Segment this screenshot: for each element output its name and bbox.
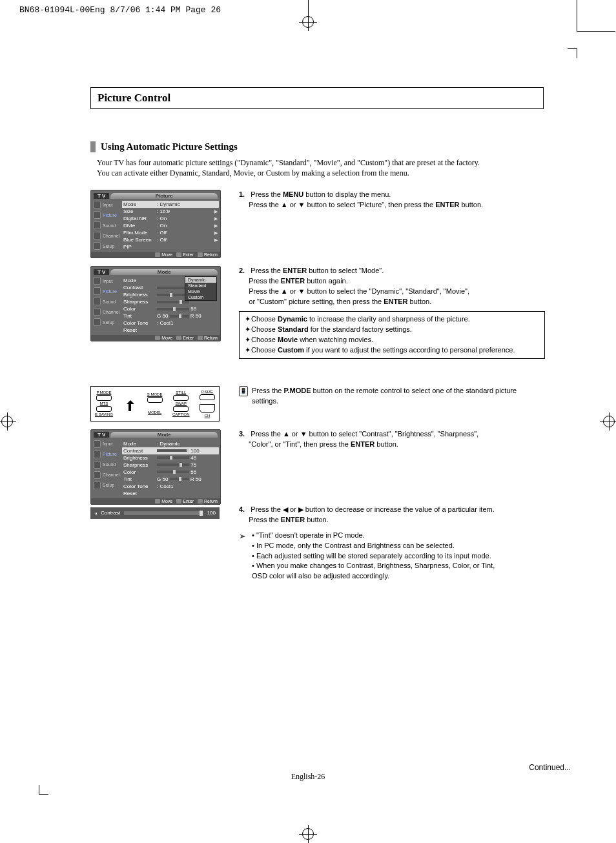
popup-standard: Standard: [185, 283, 216, 289]
osd-footer: Move Enter Return: [91, 498, 220, 504]
osd-value: 75: [190, 462, 196, 468]
remote-icon: 📱: [239, 386, 248, 396]
text: "Color", or "Tint", then press the: [249, 440, 351, 448]
osd-tab-title: Mode: [110, 432, 218, 438]
enter-bold: ENTER: [384, 298, 407, 305]
popup-movie: Movie: [185, 289, 216, 294]
osd-label: Contrast: [123, 285, 157, 290]
side-setup: Setup: [91, 241, 121, 251]
side-picture-label: Picture: [103, 213, 117, 218]
note-line: OSD color will also be adjusted accordin…: [252, 571, 495, 582]
osd-label: Blue Screen: [123, 237, 157, 243]
pmode-bold: P.MODE: [284, 387, 311, 394]
osd-value: : On: [157, 223, 214, 229]
osd-label: Sharpness: [123, 462, 157, 468]
chevron-right-icon: ▶: [214, 202, 218, 207]
osd-tv-label: T V: [94, 269, 109, 275]
osd-row: Reset: [123, 490, 218, 497]
slider-icon: [170, 478, 189, 480]
side-label: Picture: [103, 289, 117, 294]
setup-icon: [93, 482, 101, 489]
input-icon: [93, 201, 101, 208]
osd-label: Sharpness: [123, 299, 157, 305]
channel-icon: [93, 308, 101, 316]
side-setup: Setup: [91, 480, 121, 491]
osd-label: PIP: [123, 244, 157, 250]
osd-value: : Cool1: [157, 320, 218, 326]
return-icon: [198, 499, 203, 503]
osd-row: Color Tone: Cool1: [123, 320, 218, 327]
standard-bold: Standard: [278, 325, 309, 333]
osd-row: Reset: [123, 327, 218, 334]
print-header: BN68-01094L-00Eng 8/7/06 1:44 PM Page 26: [19, 5, 221, 15]
remote-ch-label: CH: [205, 414, 210, 418]
remote-psize-label: P.SIZE: [201, 390, 213, 394]
remote-still-label: STILL: [176, 391, 186, 394]
continued-label: Continued...: [529, 763, 571, 772]
note-line: • Each adjusted setting will be stored s…: [252, 551, 495, 562]
step-4-notes: ➢ • "Tint" doesn't operate in PC mode. •…: [239, 531, 545, 582]
footer-enter: Enter: [183, 499, 194, 503]
note-line: • When you make changes to Contrast, Bri…: [252, 561, 495, 571]
osd-picture-menu: T V Picture Input Picture Sound Channel …: [90, 190, 221, 258]
osd-label: Film Mode: [123, 230, 157, 236]
side-label: Channel: [103, 310, 119, 314]
side-input: Input: [91, 439, 121, 449]
enter-bold: ENTER: [435, 201, 459, 208]
enter-bold: ENTER: [351, 440, 375, 448]
osd-label: Tint: [123, 476, 157, 482]
osd-label: Color: [123, 306, 157, 312]
text: Press the ◀ or ▶ button to decrease or i…: [251, 505, 494, 513]
osd-row: TintG 50 R 50: [123, 312, 218, 320]
text: Press the: [251, 190, 283, 198]
remote-caption-label: CAPTION: [172, 412, 190, 416]
osd-label: Digital NR: [123, 216, 157, 221]
enter-bold: ENTER: [281, 277, 305, 285]
side-label: Channel: [103, 472, 119, 477]
osd-value: : Cool1: [157, 483, 218, 489]
intro-text: Your TV has four automatic picture setti…: [97, 157, 523, 178]
remote-button: [200, 394, 215, 400]
remote-smode-label: S.MODE: [147, 392, 163, 396]
osd-row: Film Mode: Off▶: [123, 229, 218, 236]
osd-row: Blue Screen: Off▶: [123, 236, 218, 243]
side-sound: Sound: [91, 296, 121, 307]
up-arrow-icon: ▲: [94, 511, 98, 515]
arrow-icon: [123, 396, 137, 411]
intro-line2: You can activate either Dynamic, Standar…: [97, 168, 409, 178]
text: Press the: [249, 516, 281, 523]
osd-row: Sharpness 75: [123, 462, 218, 469]
footer-move: Move: [161, 499, 172, 503]
remote-button: [173, 406, 189, 412]
slider-icon: [157, 456, 189, 459]
osd-row: PIP: [123, 243, 218, 250]
text: Choose: [251, 325, 278, 333]
side-picture: Picture: [91, 286, 121, 296]
section-heading: Using Automatic Picture Settings: [90, 141, 577, 152]
osd-value: 55: [190, 306, 196, 312]
text: for the standard factory settings.: [309, 325, 412, 333]
slider-icon: [157, 308, 189, 310]
input-icon: [93, 440, 101, 448]
footer-move: Move: [161, 336, 172, 340]
notes-arrow-icon: ➢: [239, 531, 252, 582]
osd-value: 100: [190, 448, 199, 454]
osd-value: : Off: [157, 237, 214, 243]
side-picture: Picture: [91, 210, 121, 220]
osd-mode-menu-popup: T V Mode Input Picture Sound Channel Set…: [90, 266, 221, 341]
osd-label: DNIe: [123, 223, 157, 229]
channel-icon: [93, 232, 101, 239]
osd-row: DNIe: On▶: [123, 222, 218, 229]
footer-move: Move: [161, 252, 172, 257]
osd-row-mode: Mode: Dynamic▶: [122, 201, 219, 208]
enter-icon: [176, 336, 181, 340]
osd-label: Reset: [123, 327, 157, 333]
input-icon: [93, 277, 101, 285]
osd-footer: Move Enter Return: [91, 335, 220, 341]
osd-row: TintG 50 R 50: [123, 476, 218, 483]
chevron-right-icon: ▶: [214, 209, 218, 214]
crop-mark-top: [302, 16, 314, 28]
osd-tab-title: Picture: [110, 193, 218, 199]
crop-mark-left: [1, 416, 13, 427]
osd-row: Mode: Dynamic: [123, 440, 218, 447]
